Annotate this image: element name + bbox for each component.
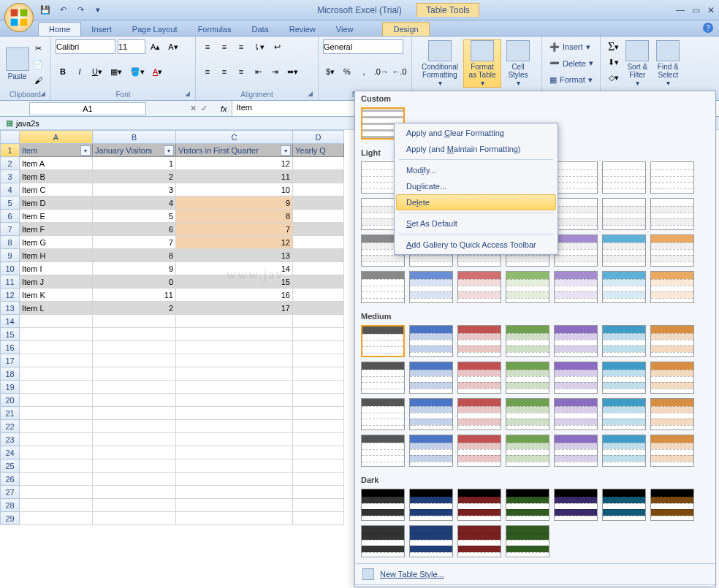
row-header[interactable]: 6 [1, 210, 20, 223]
decrease-font-button[interactable]: A▾ [165, 39, 180, 54]
cell[interactable] [20, 381, 93, 394]
cell[interactable]: Item J [20, 275, 93, 289]
font-name-select[interactable] [56, 39, 115, 54]
insert-cells-button[interactable]: ➕Insert▾ [547, 39, 596, 54]
cell[interactable] [176, 473, 293, 486]
cell[interactable]: 11 [93, 289, 176, 302]
table-style-swatch[interactable] [554, 489, 598, 521]
cell[interactable]: Item C [20, 183, 93, 196]
table-style-swatch[interactable] [409, 362, 453, 394]
cell[interactable] [293, 289, 344, 302]
row-header[interactable]: 27 [1, 486, 20, 499]
row-header[interactable]: 15 [1, 328, 20, 341]
font-color-button[interactable]: A▾ [150, 64, 165, 79]
increase-indent-button[interactable]: ⇥ [267, 64, 282, 79]
cell[interactable] [293, 236, 344, 249]
align-top-button[interactable]: ≡ [200, 39, 215, 54]
cell[interactable] [293, 157, 344, 170]
cut-button[interactable]: ✂ [30, 41, 46, 56]
table-style-swatch[interactable] [602, 234, 646, 267]
clipboard-launcher[interactable]: ◢ [40, 90, 49, 99]
table-style-swatch[interactable] [457, 271, 501, 303]
table-style-swatch[interactable] [506, 325, 549, 357]
cell[interactable]: 12 [176, 236, 293, 249]
cell[interactable] [176, 367, 293, 381]
menu-set-default[interactable]: Set As Default [396, 215, 556, 232]
number-format-select[interactable] [323, 39, 403, 54]
select-all-corner[interactable] [1, 131, 20, 144]
tab-insert[interactable]: Insert [81, 23, 122, 36]
row-header[interactable]: 26 [1, 473, 20, 486]
cell[interactable] [93, 486, 176, 499]
tab-home[interactable]: Home [38, 22, 81, 36]
cell[interactable] [293, 420, 344, 433]
table-style-swatch[interactable] [650, 362, 694, 394]
format-as-table-button[interactable]: Formatas Table▾ [463, 39, 501, 88]
cell[interactable] [293, 459, 344, 473]
table-style-swatch[interactable] [361, 435, 405, 467]
tab-view[interactable]: View [326, 23, 364, 36]
grid[interactable]: A B C D 1 Item▾ January Visitors▾ Vistor… [0, 130, 344, 525]
table-header-yearly[interactable]: Yearly Q [293, 144, 344, 157]
cell-styles-button[interactable]: CellStyles▾ [501, 39, 535, 88]
delete-cells-button[interactable]: ➖Delete▾ [547, 56, 596, 71]
row-header[interactable]: 14 [1, 315, 20, 328]
table-style-swatch[interactable] [554, 271, 598, 303]
cell[interactable] [93, 459, 176, 473]
filter-dropdown-icon[interactable]: ▾ [281, 145, 291, 156]
cell[interactable] [293, 499, 344, 512]
table-style-swatch[interactable] [506, 271, 549, 303]
cell[interactable] [293, 381, 344, 394]
row-header[interactable]: 16 [1, 341, 20, 354]
cell[interactable] [293, 315, 344, 328]
menu-apply-clear[interactable]: Apply and Clear Formatting [396, 125, 556, 141]
table-style-swatch[interactable] [650, 234, 694, 267]
table-style-swatch[interactable] [602, 325, 646, 357]
table-style-swatch[interactable] [506, 525, 549, 557]
row-header[interactable]: 10 [1, 262, 20, 275]
table-style-swatch[interactable] [554, 398, 598, 430]
enter-formula-button[interactable]: ✓ [201, 104, 208, 113]
clear-button[interactable]: ◇▾ [605, 70, 622, 85]
col-header-d[interactable]: D [293, 131, 344, 144]
cell[interactable]: 1 [93, 157, 176, 170]
cell[interactable]: 11 [176, 170, 293, 183]
cell[interactable] [20, 394, 93, 407]
cell[interactable] [176, 328, 293, 341]
cell[interactable] [293, 249, 344, 262]
table-style-swatch[interactable] [457, 398, 501, 430]
table-style-swatch[interactable] [409, 325, 453, 357]
merge-center-button[interactable]: ⬌▾ [284, 64, 301, 79]
table-style-swatch[interactable] [554, 161, 598, 194]
cell[interactable]: Item D [20, 196, 93, 210]
cell[interactable]: 7 [176, 223, 293, 236]
conditional-formatting-button[interactable]: ConditionalFormatting▾ [416, 39, 463, 88]
align-middle-button[interactable]: ≡ [217, 39, 232, 54]
cell[interactable] [176, 407, 293, 420]
table-style-swatch[interactable] [602, 271, 646, 303]
cell[interactable] [20, 407, 93, 420]
cell[interactable] [293, 328, 344, 341]
cell[interactable] [293, 512, 344, 525]
cell[interactable] [93, 499, 176, 512]
cell[interactable]: Item G [20, 236, 93, 249]
table-style-swatch[interactable] [554, 362, 598, 394]
table-style-swatch[interactable] [650, 161, 694, 194]
tab-design[interactable]: Design [382, 22, 429, 36]
cell[interactable]: Item A [20, 157, 93, 170]
cell[interactable] [293, 394, 344, 407]
col-header-c[interactable]: C [176, 131, 293, 144]
fill-button[interactable]: ⬇▾ [605, 55, 622, 69]
align-left-button[interactable]: ≡ [200, 64, 215, 79]
cell[interactable] [293, 275, 344, 289]
cell[interactable]: Item L [20, 302, 93, 315]
row-header[interactable]: 3 [1, 170, 20, 183]
cell[interactable] [93, 473, 176, 486]
cell[interactable] [20, 328, 93, 341]
cell[interactable]: 4 [93, 196, 176, 210]
align-right-button[interactable]: ≡ [234, 64, 248, 79]
border-button[interactable]: ▦▾ [107, 64, 125, 79]
menu-delete[interactable]: Delete [396, 194, 556, 210]
cell[interactable] [20, 459, 93, 473]
table-style-swatch[interactable] [554, 325, 598, 357]
